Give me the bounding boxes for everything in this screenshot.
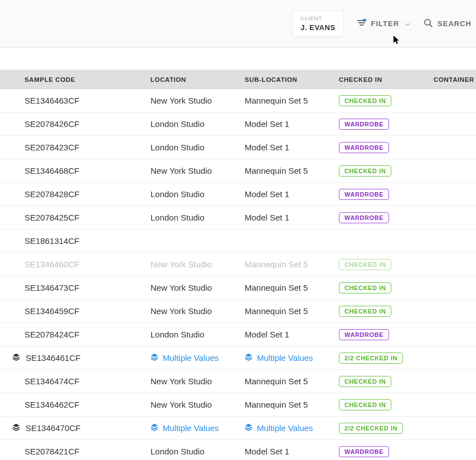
cell-sample-code: SE1346468CF <box>0 166 150 175</box>
table-row[interactable]: SE2078425CFLondon StudioModel Set 1WARDR… <box>0 206 476 229</box>
sample-code-text: SE2078428CF <box>25 189 79 199</box>
stack-icon <box>245 353 252 363</box>
filter-icon <box>357 19 367 28</box>
cell-status: WARDROBE <box>339 446 434 457</box>
cell-location: New York Studio <box>150 376 245 386</box>
cell-location: London Studio <box>150 447 245 456</box>
cell-location: London Studio <box>150 119 245 129</box>
col-header-location[interactable]: LOCATION <box>150 76 245 83</box>
col-header-sublocation[interactable]: SUB-LOCATION <box>245 76 339 83</box>
table-row[interactable]: SE1346462CFNew York StudioMannequin Set … <box>0 393 476 417</box>
table-row[interactable]: SE2078421CFLondon StudioModel Set 1WARDR… <box>0 440 476 460</box>
status-badge: WARDROBE <box>339 142 389 153</box>
cell-status: CHECKED IN <box>339 165 434 177</box>
table-row[interactable]: SE1346474CFNew York StudioMannequin Set … <box>0 370 476 393</box>
client-chip-label: CLIENT <box>300 15 335 21</box>
svg-line-5 <box>430 25 432 27</box>
sample-code-text: SE1346460CF <box>25 260 79 269</box>
stack-icon <box>245 423 252 433</box>
cell-status: CHECKED IN <box>339 399 434 410</box>
cell-sublocation: Mannequin Set 5 <box>245 283 339 292</box>
col-header-status[interactable]: CHECKED IN <box>339 76 434 83</box>
cell-sublocation: Model Set 1 <box>245 189 339 199</box>
cell-sublocation: Mannequin Set 5 <box>245 400 339 409</box>
svg-point-3 <box>363 19 366 22</box>
stack-icon <box>150 423 158 433</box>
table-row[interactable]: SE1346468CFNew York StudioMannequin Set … <box>0 159 476 183</box>
cell-sample-code: SE1346470CF <box>0 423 150 433</box>
col-header-sample[interactable]: SAMPLE CODE <box>0 76 150 83</box>
multiple-values-link[interactable]: Multiple Values <box>150 423 219 433</box>
cell-location: New York Studio <box>150 400 245 409</box>
table-row[interactable]: SE1346461CFMultiple ValuesMultiple Value… <box>0 346 476 370</box>
cell-sample-code: SE2078424CF <box>0 330 150 339</box>
table-row[interactable]: SE1346459CFNew York StudioMannequin Set … <box>0 300 476 323</box>
cell-sublocation: Mannequin Set 5 <box>245 166 339 175</box>
table-row[interactable]: SE1346460CFNew York StudioMannequin Set … <box>0 253 476 276</box>
cell-sublocation: Multiple Values <box>245 353 339 363</box>
cell-sublocation: Mannequin Set 5 <box>245 96 339 105</box>
sample-code-text: SE1346459CF <box>25 306 79 316</box>
sample-code-text: SE2078425CF <box>25 213 79 222</box>
sample-code-text: SE1861314CF <box>25 236 79 246</box>
status-badge: CHECKED IN <box>339 95 391 106</box>
multiple-values-text: Multiple Values <box>257 353 313 363</box>
cell-sublocation: Mannequin Set 5 <box>245 376 339 386</box>
cell-location: London Studio <box>150 143 245 152</box>
cell-location: London Studio <box>150 330 245 339</box>
status-badge: CHECKED IN <box>339 399 391 410</box>
multiple-values-link[interactable]: Multiple Values <box>245 353 313 363</box>
cell-sample-code: SE1346460CF <box>0 260 150 269</box>
cell-sample-code: SE1346462CF <box>0 400 150 409</box>
multiple-values-text: Multiple Values <box>257 423 313 433</box>
table-body: SE1346463CFNew York StudioMannequin Set … <box>0 89 476 460</box>
toolbar: CLIENT J. EVANS FILTER SEARCH <box>0 0 476 48</box>
multiple-values-link[interactable]: Multiple Values <box>245 423 313 433</box>
cell-location: London Studio <box>150 213 245 222</box>
stack-icon <box>150 353 158 363</box>
sample-code-text: SE1346474CF <box>25 376 79 386</box>
cell-status: WARDROBE <box>339 119 434 130</box>
table-row[interactable]: SE2078426CFLondon StudioModel Set 1WARDR… <box>0 112 476 136</box>
cell-status: CHECKED IN <box>339 282 434 293</box>
table-row[interactable]: SE2078423CFLondon StudioModel Set 1WARDR… <box>0 136 476 159</box>
cell-location: New York Studio <box>150 306 245 316</box>
cell-location: New York Studio <box>150 96 245 105</box>
table-row[interactable]: SE2078424CFLondon StudioModel Set 1WARDR… <box>0 323 476 346</box>
client-chip[interactable]: CLIENT J. EVANS <box>292 11 343 37</box>
search-icon <box>424 18 433 30</box>
search-button[interactable]: SEARCH <box>424 18 472 30</box>
cell-status: WARDROBE <box>339 212 434 223</box>
table-row[interactable]: SE1346473CFNew York StudioMannequin Set … <box>0 276 476 300</box>
status-badge: WARDROBE <box>339 119 389 130</box>
table-row[interactable]: SE1861314CF <box>0 229 476 253</box>
multiple-values-text: Multiple Values <box>163 423 219 433</box>
cell-status: CHECKED IN <box>339 376 434 387</box>
cell-location: New York Studio <box>150 166 245 175</box>
search-label: SEARCH <box>438 19 472 28</box>
cell-location: London Studio <box>150 189 245 199</box>
table-row[interactable]: SE1346463CFNew York StudioMannequin Set … <box>0 89 476 112</box>
sample-code-text: SE1346473CF <box>25 283 79 292</box>
status-badge: 2/2 CHECKED IN <box>339 353 403 364</box>
cell-sample-code: SE1346474CF <box>0 376 150 386</box>
status-badge: WARDROBE <box>339 329 389 340</box>
col-header-container[interactable]: CONTAINER <box>434 76 476 83</box>
cell-status: WARDROBE <box>339 329 434 340</box>
table-header: SAMPLE CODE LOCATION SUB-LOCATION CHECKE… <box>0 70 476 89</box>
filter-button[interactable]: FILTER <box>357 19 411 28</box>
cell-sample-code: SE2078426CF <box>0 119 150 129</box>
cell-location: Multiple Values <box>150 353 245 363</box>
multiple-values-link[interactable]: Multiple Values <box>150 353 219 363</box>
sample-code-text: SE1346461CF <box>26 353 80 363</box>
multiple-values-text: Multiple Values <box>163 353 219 363</box>
filter-label: FILTER <box>371 19 400 28</box>
cell-sample-code: SE1346473CF <box>0 283 150 292</box>
table-row[interactable]: SE1346470CFMultiple ValuesMultiple Value… <box>0 417 476 440</box>
cell-sample-code: SE1346461CF <box>0 353 150 363</box>
sample-code-text: SE1346462CF <box>25 400 79 409</box>
status-badge: 2/2 CHECKED IN <box>339 423 403 434</box>
cell-sample-code: SE2078425CF <box>0 213 150 222</box>
table-row[interactable]: SE2078428CFLondon StudioModel Set 1WARDR… <box>0 183 476 206</box>
status-badge: WARDROBE <box>339 446 389 457</box>
